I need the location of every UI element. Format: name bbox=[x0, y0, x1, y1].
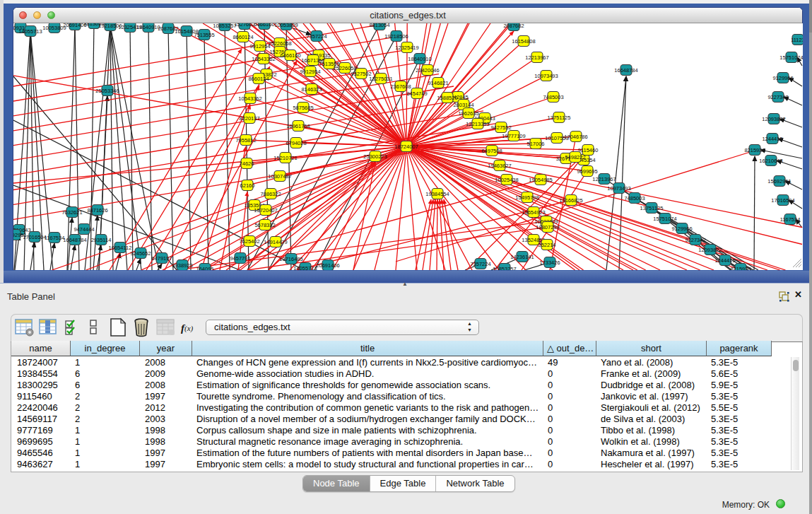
svg-text:252214: 252214 bbox=[538, 242, 555, 248]
svg-text:9245652: 9245652 bbox=[130, 250, 151, 257]
svg-text:13751125: 13751125 bbox=[640, 205, 664, 211]
svg-text:18724007: 18724007 bbox=[394, 144, 418, 150]
svg-text:5678332: 5678332 bbox=[254, 222, 275, 228]
svg-text:18807299: 18807299 bbox=[536, 224, 559, 230]
svg-text:7886322: 7886322 bbox=[260, 191, 281, 197]
svg-text:1527602: 1527602 bbox=[234, 23, 254, 28]
svg-text:19384554: 19384554 bbox=[425, 191, 449, 197]
svg-text:10307487: 10307487 bbox=[268, 173, 291, 180]
svg-text:10543362: 10543362 bbox=[252, 56, 275, 62]
svg-text:10543362: 10543362 bbox=[238, 95, 261, 102]
svg-text:1167534: 1167534 bbox=[780, 216, 801, 223]
svg-text:16648784: 16648784 bbox=[614, 67, 637, 74]
svg-text:5498222: 5498222 bbox=[565, 154, 585, 160]
svg-text:8471626: 8471626 bbox=[87, 207, 107, 214]
svg-text:7625402: 7625402 bbox=[239, 238, 259, 245]
svg-text:74626: 74626 bbox=[240, 160, 254, 167]
svg-text:9227342: 9227342 bbox=[685, 237, 705, 243]
svg-text:6466160: 6466160 bbox=[280, 52, 300, 59]
svg-text:9129966: 9129966 bbox=[772, 75, 793, 81]
svg-text:16648784: 16648784 bbox=[63, 237, 86, 243]
svg-text:18654923: 18654923 bbox=[522, 209, 545, 216]
svg-text:16961758: 16961758 bbox=[286, 123, 310, 129]
svg-text:8660124: 8660124 bbox=[233, 34, 253, 40]
svg-text:10973493: 10973493 bbox=[607, 185, 630, 192]
svg-text:8813054: 8813054 bbox=[369, 23, 389, 28]
svg-text:1588520: 1588520 bbox=[437, 95, 457, 101]
svg-text:12213967: 12213967 bbox=[592, 176, 616, 182]
svg-text:13716485: 13716485 bbox=[279, 256, 302, 262]
svg-text:1167534: 1167534 bbox=[45, 235, 65, 241]
svg-text:19777109: 19777109 bbox=[502, 133, 525, 139]
svg-text:8146323: 8146323 bbox=[301, 86, 322, 93]
svg-text:15210721: 15210721 bbox=[273, 155, 297, 161]
svg-text:9474444: 9474444 bbox=[73, 226, 94, 233]
svg-text:17016504: 17016504 bbox=[23, 234, 46, 240]
svg-text:10053809: 10053809 bbox=[274, 23, 298, 28]
svg-text:1244415: 1244415 bbox=[714, 257, 735, 264]
svg-text:6794028: 6794028 bbox=[286, 140, 306, 146]
svg-text:12213967: 12213967 bbox=[525, 54, 548, 61]
svg-text:1244415: 1244415 bbox=[762, 136, 782, 142]
svg-text:19166825: 19166825 bbox=[559, 197, 582, 204]
svg-text:62160: 62160 bbox=[240, 182, 255, 189]
svg-text:10973493: 10973493 bbox=[534, 73, 558, 79]
svg-text:20691406: 20691406 bbox=[316, 262, 339, 269]
svg-text:13275031: 13275031 bbox=[369, 76, 392, 82]
svg-text:10654112: 10654112 bbox=[109, 245, 132, 251]
svg-text:(x): (x) bbox=[184, 324, 194, 333]
svg-text:19218506: 19218506 bbox=[384, 33, 408, 40]
svg-text:1733426: 1733426 bbox=[539, 259, 560, 266]
svg-text:6466160: 6466160 bbox=[254, 23, 274, 28]
svg-text:8215938: 8215938 bbox=[730, 266, 751, 271]
svg-text:8454749: 8454749 bbox=[406, 90, 427, 97]
svg-text:12213393: 12213393 bbox=[466, 121, 489, 127]
svg-text:9146821: 9146821 bbox=[428, 80, 448, 86]
svg-text:10025438: 10025438 bbox=[495, 177, 518, 183]
svg-text:7357224: 7357224 bbox=[306, 33, 326, 40]
svg-text:15720407: 15720407 bbox=[254, 207, 277, 214]
svg-text:10853257: 10853257 bbox=[493, 266, 516, 271]
svg-text:6479197: 6479197 bbox=[151, 255, 172, 262]
svg-text:9912954: 9912954 bbox=[300, 69, 320, 75]
svg-text:7485003: 7485003 bbox=[543, 94, 563, 100]
svg-text:8215938: 8215938 bbox=[744, 147, 765, 153]
svg-text:19463627: 19463627 bbox=[488, 163, 511, 169]
svg-text:17046786: 17046786 bbox=[564, 134, 587, 140]
svg-text:2367608: 2367608 bbox=[390, 83, 411, 90]
svg-text:5875685: 5875685 bbox=[293, 105, 313, 111]
svg-text:25053346: 25053346 bbox=[95, 88, 119, 94]
svg-text:13751125: 13751125 bbox=[548, 115, 571, 121]
svg-text:11123: 11123 bbox=[791, 37, 803, 43]
svg-text:25300273: 25300273 bbox=[363, 153, 387, 160]
svg-text:2087682: 2087682 bbox=[503, 23, 524, 29]
svg-text:16210643: 16210643 bbox=[759, 158, 782, 164]
svg-text:9227342: 9227342 bbox=[767, 94, 788, 100]
svg-text:8660124: 8660124 bbox=[248, 76, 269, 82]
svg-text:12093822: 12093822 bbox=[698, 247, 722, 253]
svg-text:9912954: 9912954 bbox=[249, 43, 270, 49]
svg-text:14055713: 14055713 bbox=[293, 265, 317, 271]
svg-text:8938923: 8938923 bbox=[172, 262, 192, 269]
svg-text:2803144: 2803144 bbox=[453, 102, 473, 108]
svg-text:8220137: 8220137 bbox=[239, 115, 259, 122]
svg-text:15692951: 15692951 bbox=[767, 178, 791, 185]
svg-text:9327502: 9327502 bbox=[351, 71, 371, 77]
svg-text:18640910: 18640910 bbox=[136, 24, 160, 30]
svg-text:17016504: 17016504 bbox=[771, 197, 794, 204]
svg-text:7513555: 7513555 bbox=[194, 32, 214, 38]
svg-text:15751074: 15751074 bbox=[779, 54, 803, 61]
svg-text:7632621: 7632621 bbox=[61, 209, 82, 216]
svg-text:10853257: 10853257 bbox=[213, 23, 236, 29]
svg-text:9129966: 9129966 bbox=[671, 226, 692, 232]
svg-text:16154808: 16154808 bbox=[512, 38, 535, 45]
svg-text:15495798: 15495798 bbox=[515, 194, 539, 201]
svg-text:19054985: 19054985 bbox=[529, 177, 552, 183]
svg-text:9699695: 9699695 bbox=[577, 168, 597, 175]
svg-text:164095: 164095 bbox=[196, 266, 213, 271]
svg-text:6497508: 6497508 bbox=[481, 148, 502, 154]
svg-text:9115460: 9115460 bbox=[578, 147, 599, 153]
svg-text:12325419: 12325419 bbox=[395, 45, 418, 51]
svg-text:15751074: 15751074 bbox=[653, 216, 676, 222]
svg-text:23420046: 23420046 bbox=[416, 67, 439, 74]
